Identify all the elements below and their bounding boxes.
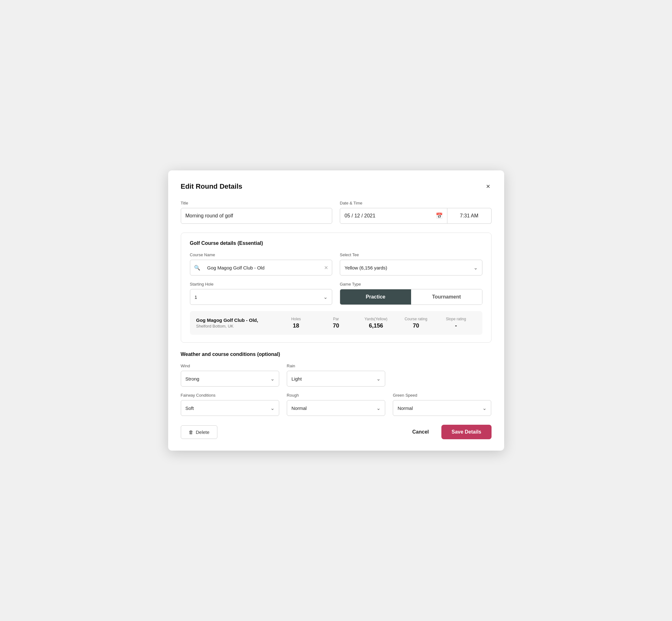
- fairway-label: Fairway Conditions: [181, 393, 279, 398]
- course-name-input[interactable]: [203, 260, 322, 275]
- holes-label: Holes: [276, 317, 316, 321]
- game-type-col: Game Type Practice Tournament: [340, 282, 482, 305]
- rough-label: Rough: [287, 393, 385, 398]
- cancel-button[interactable]: Cancel: [407, 425, 434, 439]
- starting-hole-dropdown[interactable]: 1234 5678 910: [195, 289, 328, 304]
- weather-section: Weather and course conditions (optional)…: [181, 351, 492, 416]
- datetime-label: Date & Time: [340, 201, 492, 205]
- select-tee-wrap[interactable]: Yellow (6,156 yards) White (6,600 yards)…: [340, 260, 482, 276]
- par-stat: Par 70: [316, 317, 356, 329]
- modal-header: Edit Round Details ×: [181, 182, 492, 191]
- green-speed-col: Green Speed SlowNormalFastVery Fast ⌄: [393, 393, 491, 416]
- green-speed-dropdown[interactable]: SlowNormalFastVery Fast: [397, 401, 487, 416]
- edit-round-modal: Edit Round Details × Title Date & Time 0…: [168, 170, 504, 451]
- modal-title: Edit Round Details: [181, 182, 243, 191]
- practice-toggle-button[interactable]: Practice: [340, 289, 411, 304]
- wind-dropdown[interactable]: NoneLightModerateStrong: [185, 371, 275, 386]
- slope-rating-stat: Slope rating -: [436, 317, 476, 329]
- course-details-section: Golf Course details (Essential) Course N…: [181, 233, 492, 343]
- fairway-rough-green-row: Fairway Conditions FirmNormalSoftWet ⌄ R…: [181, 393, 492, 416]
- rain-dropdown[interactable]: NoneLightModerateHeavy: [292, 371, 380, 386]
- slope-rating-label: Slope rating: [436, 317, 476, 321]
- wind-select-wrap[interactable]: NoneLightModerateStrong ⌄: [181, 371, 279, 386]
- search-icon: 🔍: [194, 265, 200, 271]
- course-name-label: Course Name: [190, 252, 333, 257]
- select-tee-label: Select Tee: [340, 252, 482, 257]
- course-rating-label: Course rating: [396, 317, 436, 321]
- title-label: Title: [181, 201, 333, 205]
- date-value: 05 / 12 / 2021: [344, 213, 375, 219]
- date-input[interactable]: 05 / 12 / 2021 📅: [340, 208, 447, 224]
- title-datetime-row: Title Date & Time 05 / 12 / 2021 📅 7:31 …: [181, 201, 492, 224]
- game-type-label: Game Type: [340, 282, 482, 287]
- holes-value: 18: [276, 323, 316, 329]
- game-type-toggle: Practice Tournament: [340, 289, 482, 305]
- course-name-tee-row: Course Name 🔍 ✕ Select Tee Yellow (6,156…: [190, 252, 482, 276]
- course-rating-stat: Course rating 70: [396, 317, 436, 329]
- delete-label: Delete: [196, 429, 209, 435]
- save-button[interactable]: Save Details: [442, 425, 491, 439]
- starting-hole-label: Starting Hole: [190, 282, 333, 287]
- title-field-group: Title: [181, 201, 333, 224]
- rain-col: Rain NoneLightModerateHeavy ⌄: [287, 364, 385, 386]
- course-name-display: Gog Magog Golf Club - Old,: [196, 318, 276, 323]
- yards-stat: Yards(Yellow) 6,156: [356, 317, 396, 329]
- fairway-col: Fairway Conditions FirmNormalSoftWet ⌄: [181, 393, 279, 416]
- title-input[interactable]: [181, 208, 333, 224]
- holes-stat: Holes 18: [276, 317, 316, 329]
- course-section-title: Golf Course details (Essential): [190, 241, 482, 246]
- yards-label: Yards(Yellow): [356, 317, 396, 321]
- close-button[interactable]: ×: [485, 182, 492, 191]
- time-input[interactable]: 7:31 AM: [447, 208, 492, 224]
- datetime-field-group: Date & Time 05 / 12 / 2021 📅 7:31 AM: [340, 201, 492, 224]
- rain-select-wrap[interactable]: NoneLightModerateHeavy ⌄: [287, 371, 385, 386]
- par-value: 70: [316, 323, 356, 329]
- delete-button[interactable]: 🗑 Delete: [181, 425, 217, 439]
- course-info-box: Gog Magog Golf Club - Old, Shelford Bott…: [190, 311, 482, 335]
- datetime-inputs: 05 / 12 / 2021 📅 7:31 AM: [340, 208, 492, 224]
- tournament-toggle-button[interactable]: Tournament: [411, 289, 482, 304]
- rough-dropdown[interactable]: ShortNormalLongVery Long: [292, 401, 380, 416]
- rough-select-wrap[interactable]: ShortNormalLongVery Long ⌄: [287, 400, 385, 416]
- starting-hole-wrap[interactable]: 1234 5678 910 ⌄: [190, 289, 333, 305]
- wind-rain-row: Wind NoneLightModerateStrong ⌄ Rain None…: [181, 364, 492, 386]
- slope-rating-value: -: [436, 323, 476, 329]
- select-tee-col: Select Tee Yellow (6,156 yards) White (6…: [340, 252, 482, 276]
- time-value: 7:31 AM: [460, 213, 478, 219]
- weather-section-title: Weather and course conditions (optional): [181, 351, 492, 357]
- trash-icon: 🗑: [189, 429, 194, 435]
- footer-row: 🗑 Delete Cancel Save Details: [181, 425, 492, 439]
- green-speed-label: Green Speed: [393, 393, 491, 398]
- footer-right: Cancel Save Details: [407, 425, 492, 439]
- course-name-col: Course Name 🔍 ✕: [190, 252, 333, 276]
- fairway-select-wrap[interactable]: FirmNormalSoftWet ⌄: [181, 400, 279, 416]
- yards-value: 6,156: [356, 323, 396, 329]
- wind-label: Wind: [181, 364, 279, 368]
- course-rating-value: 70: [396, 323, 436, 329]
- starting-hole-gametype-row: Starting Hole 1234 5678 910 ⌄ Game Type …: [190, 282, 482, 305]
- fairway-dropdown[interactable]: FirmNormalSoftWet: [185, 401, 275, 416]
- par-label: Par: [316, 317, 356, 321]
- rain-label: Rain: [287, 364, 385, 368]
- clear-icon[interactable]: ✕: [324, 265, 328, 271]
- course-info-name: Gog Magog Golf Club - Old, Shelford Bott…: [196, 318, 276, 329]
- course-name-search[interactable]: 🔍 ✕: [190, 260, 333, 276]
- starting-hole-col: Starting Hole 1234 5678 910 ⌄: [190, 282, 333, 305]
- calendar-icon: 📅: [436, 212, 443, 219]
- rough-col: Rough ShortNormalLongVery Long ⌄: [287, 393, 385, 416]
- course-location: Shelford Bottom, UK: [196, 324, 276, 329]
- wind-col: Wind NoneLightModerateStrong ⌄: [181, 364, 279, 386]
- green-speed-select-wrap[interactable]: SlowNormalFastVery Fast ⌄: [393, 400, 491, 416]
- select-tee-dropdown[interactable]: Yellow (6,156 yards) White (6,600 yards)…: [344, 260, 478, 275]
